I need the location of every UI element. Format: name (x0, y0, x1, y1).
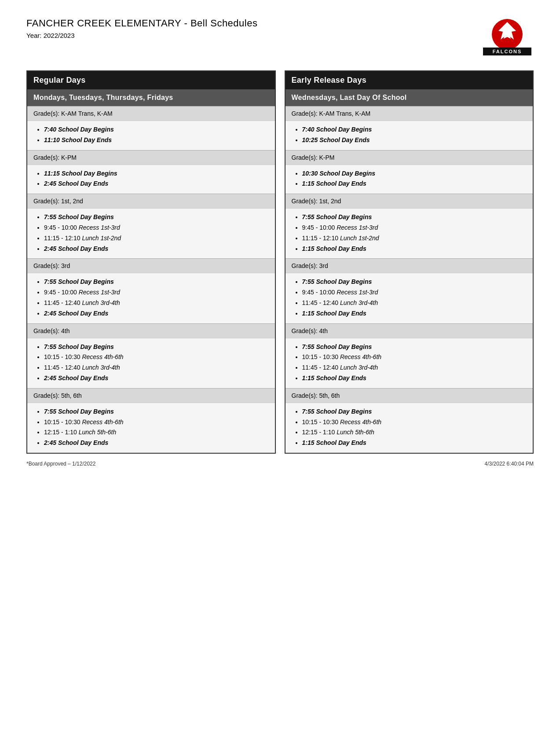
schedule-item: 9:45 - 10:00 Recess 1st-3rd (302, 287, 527, 298)
regular-grades-container: Grade(s): K-AM Trans, K-AM7:40 School Da… (27, 106, 275, 453)
schedule-items: 11:15 School Day Begins2:45 School Day E… (27, 165, 275, 194)
grade-label: Grade(s): 5th, 6th (285, 389, 533, 403)
grade-row: Grade(s): 4th7:55 School Day Begins10:15… (285, 323, 533, 388)
early-day-header: Wednesdays, Last Day Of School (285, 89, 533, 106)
schedule-items: 7:55 School Day Begins10:15 - 10:30 Rece… (27, 403, 275, 453)
schedule-item: 1:15 School Day Ends (302, 179, 527, 189)
grade-label: Grade(s): K-AM Trans, K-AM (285, 106, 533, 121)
schedule-item: 1:15 School Day Ends (302, 244, 527, 254)
schedule-item: 11:15 School Day Begins (44, 169, 269, 179)
schedule-item: 11:15 - 12:10 Lunch 1st-2nd (302, 233, 527, 244)
schedule-item: 10:15 - 10:30 Recess 4th-6th (44, 352, 269, 363)
schedule-item: 2:45 School Day Ends (44, 438, 269, 448)
page-header: FANCHER CREEK ELEMENTARY - Bell Schedule… (26, 18, 534, 57)
page-footer: *Board Approved – 1/12/2022 4/3/2022 6:4… (26, 461, 534, 467)
schedule-item: 2:45 School Day Ends (44, 308, 269, 319)
schedule-item: 1:15 School Day Ends (302, 308, 527, 319)
schedule-item: 2:45 School Day Ends (44, 373, 269, 384)
grade-row: Grade(s): K-AM Trans, K-AM7:40 School Da… (285, 106, 533, 150)
regular-days-table: Regular Days Mondays, Tuesdays, Thursday… (26, 70, 276, 454)
schedule-item: 1:15 School Day Ends (302, 373, 527, 384)
schedule-items: 7:55 School Day Begins9:45 - 10:00 Reces… (285, 273, 533, 323)
schedule-item: 7:55 School Day Begins (44, 342, 269, 352)
schedule-items: 7:40 School Day Begins11:10 School Day E… (27, 121, 275, 150)
schedule-item: 7:40 School Day Begins (302, 125, 527, 135)
grade-label: Grade(s): 5th, 6th (27, 389, 275, 403)
grade-row: Grade(s): 1st, 2nd7:55 School Day Begins… (27, 194, 275, 258)
schedule-items: 7:55 School Day Begins9:45 - 10:00 Reces… (285, 208, 533, 258)
grade-row: Grade(s): 3rd7:55 School Day Begins9:45 … (27, 258, 275, 323)
schedule-item: 9:45 - 10:00 Recess 1st-3rd (44, 223, 269, 233)
grade-label: Grade(s): 4th (27, 324, 275, 338)
footer-right: 4/3/2022 6:40:04 PM (485, 461, 534, 467)
footer-left: *Board Approved – 1/12/2022 (26, 461, 95, 467)
schedule-item: 7:55 School Day Begins (44, 212, 269, 223)
schedule-items: 10:30 School Day Begins1:15 School Day E… (285, 165, 533, 194)
schedule-item: 11:15 - 12:10 Lunch 1st-2nd (44, 233, 269, 244)
grade-label: Grade(s): K-PM (27, 150, 275, 165)
schedule-items: 7:55 School Day Begins9:45 - 10:00 Reces… (27, 273, 275, 323)
schedule-item: 7:55 School Day Begins (44, 277, 269, 287)
schedule-item: 7:55 School Day Begins (302, 342, 527, 352)
schedule-items: 7:40 School Day Begins10:25 School Day E… (285, 121, 533, 150)
early-table-title: Early Release Days (285, 71, 533, 89)
schedule-item: 12:15 - 1:10 Lunch 5th-6th (302, 427, 527, 438)
schedule-item: 11:45 - 12:40 Lunch 3rd-4th (44, 298, 269, 308)
schedule-items: 7:55 School Day Begins10:15 - 10:30 Rece… (27, 338, 275, 388)
schedule-item: 9:45 - 10:00 Recess 1st-3rd (302, 223, 527, 233)
early-grades-container: Grade(s): K-AM Trans, K-AM7:40 School Da… (285, 106, 533, 453)
grade-row: Grade(s): K-PM10:30 School Day Begins1:1… (285, 150, 533, 194)
grade-row: Grade(s): K-AM Trans, K-AM7:40 School Da… (27, 106, 275, 150)
schedule-item: 7:55 School Day Begins (302, 212, 527, 223)
grade-label: Grade(s): 3rd (285, 259, 533, 273)
schedule-item: 11:45 - 12:40 Lunch 3rd-4th (44, 363, 269, 373)
grade-label: Grade(s): 3rd (27, 259, 275, 273)
grade-row: Grade(s): K-PM11:15 School Day Begins2:4… (27, 150, 275, 194)
schedule-item: 9:45 - 10:00 Recess 1st-3rd (44, 287, 269, 298)
grade-row: Grade(s): 3rd7:55 School Day Begins9:45 … (285, 258, 533, 323)
schedule-item: 10:30 School Day Begins (302, 169, 527, 179)
school-logo: FALCONS (481, 18, 534, 57)
schedule-item: 7:40 School Day Begins (44, 125, 269, 135)
grade-row: Grade(s): 5th, 6th7:55 School Day Begins… (285, 388, 533, 453)
schedule-item: 1:15 School Day Ends (302, 438, 527, 448)
header-text-block: FANCHER CREEK ELEMENTARY - Bell Schedule… (26, 18, 257, 39)
page-title: FANCHER CREEK ELEMENTARY - Bell Schedule… (26, 18, 257, 29)
schedule-item: 11:45 - 12:40 Lunch 3rd-4th (302, 363, 527, 373)
schedule-item: 7:55 School Day Begins (44, 407, 269, 417)
schedule-item: 11:10 School Day Ends (44, 135, 269, 146)
schedule-item: 7:55 School Day Begins (302, 407, 527, 417)
schedule-items: 7:55 School Day Begins10:15 - 10:30 Rece… (285, 338, 533, 388)
schedule-item: 10:15 - 10:30 Recess 4th-6th (44, 417, 269, 428)
schedule-item: 10:25 School Day Ends (302, 135, 527, 146)
grade-row: Grade(s): 1st, 2nd7:55 School Day Begins… (285, 194, 533, 258)
grade-label: Grade(s): K-PM (285, 150, 533, 165)
regular-table-title: Regular Days (27, 71, 275, 89)
schedule-item: 10:15 - 10:30 Recess 4th-6th (302, 352, 527, 363)
grade-label: Grade(s): 4th (285, 324, 533, 338)
schedule-item: 10:15 - 10:30 Recess 4th-6th (302, 417, 527, 428)
grade-label: Grade(s): 1st, 2nd (285, 194, 533, 208)
year-label: Year: 2022/2023 (26, 32, 257, 39)
schedule-item: 2:45 School Day Ends (44, 244, 269, 254)
tables-wrapper: Regular Days Mondays, Tuesdays, Thursday… (26, 70, 534, 454)
schedule-items: 7:55 School Day Begins10:15 - 10:30 Rece… (285, 403, 533, 453)
schedule-item: 2:45 School Day Ends (44, 179, 269, 189)
schedule-item: 7:55 School Day Begins (302, 277, 527, 287)
early-release-table: Early Release Days Wednesdays, Last Day … (285, 70, 534, 454)
grade-label: Grade(s): K-AM Trans, K-AM (27, 106, 275, 121)
schedule-items: 7:55 School Day Begins9:45 - 10:00 Reces… (27, 208, 275, 258)
grade-row: Grade(s): 4th7:55 School Day Begins10:15… (27, 323, 275, 388)
schedule-item: 12:15 - 1:10 Lunch 5th-6th (44, 427, 269, 438)
grade-row: Grade(s): 5th, 6th7:55 School Day Begins… (27, 388, 275, 453)
svg-text:FALCONS: FALCONS (493, 49, 522, 54)
schedule-item: 11:45 - 12:40 Lunch 3rd-4th (302, 298, 527, 308)
regular-day-header: Mondays, Tuesdays, Thursdays, Fridays (27, 89, 275, 106)
grade-label: Grade(s): 1st, 2nd (27, 194, 275, 208)
